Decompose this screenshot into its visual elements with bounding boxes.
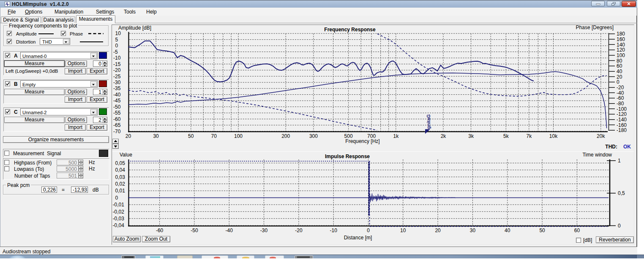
svg-text:0: 0 xyxy=(115,43,118,49)
svg-text:OK: OK xyxy=(623,144,631,150)
svg-text:30: 30 xyxy=(470,228,476,233)
svg-text:-5: -5 xyxy=(113,49,118,55)
svg-text:20k: 20k xyxy=(597,133,605,139)
svg-text:1: 1 xyxy=(618,158,621,164)
svg-text:Time window: Time window xyxy=(582,152,612,158)
svg-text:-10: -10 xyxy=(330,228,338,233)
svg-text:0,5: 0,5 xyxy=(618,190,625,196)
svg-text:Amplitude [dB]: Amplitude [dB] xyxy=(118,25,151,31)
svg-text:gnitaG: gnitaG xyxy=(426,114,431,129)
svg-text:Value: Value xyxy=(120,152,132,158)
svg-text:-15: -15 xyxy=(113,61,121,67)
svg-text:0,05: 0,05 xyxy=(115,160,126,166)
svg-text:0,02: 0,02 xyxy=(115,181,126,187)
svg-text:-50: -50 xyxy=(191,228,198,233)
svg-text:-20: -20 xyxy=(113,67,121,73)
svg-text:40: 40 xyxy=(505,228,510,233)
svg-text:-0,03: -0,03 xyxy=(113,216,125,222)
svg-text:60: 60 xyxy=(574,228,580,233)
svg-text:-70: -70 xyxy=(113,129,121,134)
svg-text:20: 20 xyxy=(126,133,131,139)
svg-text:-0,04: -0,04 xyxy=(113,222,125,228)
svg-text:3k: 3k xyxy=(468,133,474,139)
svg-text:Impulse Response: Impulse Response xyxy=(325,154,370,159)
svg-text:-30: -30 xyxy=(113,80,121,85)
svg-text:200: 200 xyxy=(281,133,290,139)
svg-text:THD:: THD: xyxy=(605,144,617,150)
svg-text:100: 100 xyxy=(234,133,243,139)
svg-text:-55: -55 xyxy=(113,110,121,116)
svg-text:-20: -20 xyxy=(295,228,303,233)
svg-text:0: 0 xyxy=(115,195,118,201)
svg-text:30: 30 xyxy=(153,133,159,139)
svg-text:-40: -40 xyxy=(226,228,233,233)
svg-text:50: 50 xyxy=(539,228,545,233)
svg-text:0,01: 0,01 xyxy=(115,188,126,194)
svg-text:-65: -65 xyxy=(113,122,121,128)
svg-text:0,03: 0,03 xyxy=(115,174,126,180)
svg-text:2k: 2k xyxy=(441,133,447,139)
svg-text:10k: 10k xyxy=(549,133,558,139)
svg-text:5: 5 xyxy=(115,37,118,43)
svg-text:-35: -35 xyxy=(113,85,121,91)
svg-text:-0,02: -0,02 xyxy=(113,209,125,215)
svg-text:-25: -25 xyxy=(113,74,121,80)
svg-text:300: 300 xyxy=(309,133,318,139)
svg-text:7k: 7k xyxy=(526,133,532,139)
svg-text:-60: -60 xyxy=(156,228,164,233)
svg-text:50: 50 xyxy=(188,133,194,139)
svg-text:1k: 1k xyxy=(393,133,399,139)
svg-text:20: 20 xyxy=(435,228,441,233)
svg-text:-10: -10 xyxy=(113,55,121,61)
svg-text:-0,01: -0,01 xyxy=(113,202,125,208)
svg-text:-180: -180 xyxy=(617,127,627,133)
svg-text:0: 0 xyxy=(367,228,370,233)
svg-text:Distance [m]: Distance [m] xyxy=(344,235,372,241)
svg-text:Frequency Response: Frequency Response xyxy=(324,27,376,33)
svg-text:-50: -50 xyxy=(113,104,121,110)
svg-text:-40: -40 xyxy=(113,92,121,98)
svg-text:70: 70 xyxy=(211,133,217,139)
svg-text:-45: -45 xyxy=(113,98,121,104)
svg-text:0,04: 0,04 xyxy=(115,167,126,173)
svg-text:5k: 5k xyxy=(503,133,509,139)
svg-text:10: 10 xyxy=(115,30,121,36)
svg-text:Frequency [Hz]: Frequency [Hz] xyxy=(345,138,379,144)
svg-text:-60: -60 xyxy=(113,116,121,122)
svg-text:-30: -30 xyxy=(260,228,268,233)
svg-text:Phase [Degrees]: Phase [Degrees] xyxy=(576,25,614,30)
svg-text:10: 10 xyxy=(400,228,406,233)
svg-text:0: 0 xyxy=(618,223,621,229)
